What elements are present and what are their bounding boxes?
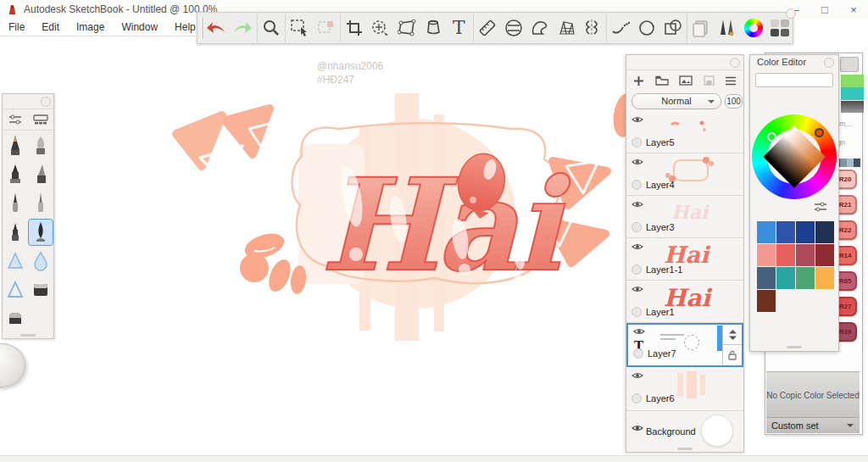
brush-airbrush[interactable] bbox=[3, 162, 27, 187]
layer-folder-icon[interactable] bbox=[655, 75, 669, 86]
color-swatch[interactable] bbox=[757, 290, 776, 312]
layers-panel-puck[interactable] bbox=[730, 58, 740, 68]
layer-editor-button[interactable] bbox=[688, 14, 715, 42]
copic-gradient-swatch[interactable] bbox=[841, 75, 864, 100]
ruler-tool-button[interactable] bbox=[475, 14, 501, 42]
color-swatch[interactable] bbox=[796, 244, 815, 266]
layer-menu-icon[interactable] bbox=[725, 76, 737, 86]
layer-color-tag[interactable] bbox=[632, 264, 642, 275]
color-swatch[interactable] bbox=[796, 267, 815, 289]
copic-collapse-button[interactable] bbox=[840, 57, 859, 72]
import-image-icon[interactable] bbox=[679, 75, 693, 86]
brush-chisel-marker[interactable] bbox=[29, 162, 53, 187]
layer-lock-button[interactable] bbox=[723, 344, 742, 365]
background-color-thumbnail[interactable] bbox=[701, 415, 733, 447]
steady-stroke-button[interactable] bbox=[608, 14, 634, 42]
copic-gray-swatch[interactable] bbox=[841, 101, 864, 113]
layer-row-layer7-selected[interactable]: T Layer7 bbox=[626, 323, 743, 367]
layer-color-tag[interactable] bbox=[632, 307, 642, 317]
visibility-eye-icon[interactable] bbox=[632, 115, 643, 124]
add-layer-icon[interactable] bbox=[633, 75, 644, 86]
brush-marker[interactable] bbox=[3, 220, 27, 245]
brush-sharpen[interactable] bbox=[3, 277, 27, 303]
hue-selector[interactable] bbox=[815, 128, 824, 137]
color-swatch[interactable] bbox=[815, 221, 834, 243]
saturation-selector[interactable] bbox=[767, 132, 776, 142]
ellipse-tool-button[interactable] bbox=[633, 14, 659, 42]
toolbar-collapse-puck[interactable] bbox=[786, 8, 796, 19]
shapes-tool-button[interactable] bbox=[659, 14, 686, 42]
color-swatch[interactable] bbox=[776, 267, 795, 289]
brush-palette-button[interactable] bbox=[715, 14, 741, 42]
symmetry-tool-button[interactable] bbox=[579, 14, 605, 42]
color-value-input[interactable] bbox=[755, 73, 833, 87]
blend-mode-select[interactable]: Normal bbox=[632, 93, 721, 109]
color-sliders-icon[interactable] bbox=[813, 201, 828, 213]
color-swatch[interactable] bbox=[776, 221, 795, 243]
crop-tool-button[interactable] bbox=[342, 14, 368, 42]
color-editor-panel: Color Editor bbox=[749, 54, 839, 352]
brush-ink[interactable] bbox=[29, 133, 53, 159]
color-editor-puck[interactable] bbox=[824, 58, 834, 68]
brush-pencil[interactable] bbox=[3, 133, 27, 159]
redo-button[interactable] bbox=[230, 14, 256, 42]
brush-settings-icon[interactable] bbox=[8, 114, 22, 125]
visibility-eye-icon[interactable] bbox=[632, 424, 643, 432]
color-swatch[interactable] bbox=[757, 244, 776, 266]
layer-thumbnail bbox=[660, 338, 676, 340]
brush-eraser-hard[interactable] bbox=[29, 277, 53, 303]
text-tool-button[interactable]: T bbox=[446, 14, 472, 42]
save-layer-icon[interactable] bbox=[704, 75, 715, 86]
visibility-eye-icon[interactable] bbox=[632, 158, 643, 166]
visibility-eye-icon[interactable] bbox=[632, 242, 643, 251]
layer-row-layer4[interactable]: Layer4 bbox=[626, 153, 743, 196]
selection-tool-button[interactable] bbox=[287, 14, 313, 42]
brush-water-drop[interactable] bbox=[29, 248, 53, 274]
color-swatch[interactable] bbox=[776, 244, 795, 266]
layer-opacity-field[interactable]: 100 bbox=[725, 94, 743, 109]
layer-color-tag[interactable] bbox=[632, 137, 642, 148]
brush-panel-puck[interactable] bbox=[41, 97, 51, 107]
color-swatch[interactable] bbox=[815, 244, 834, 266]
layer-reorder-button[interactable] bbox=[723, 325, 742, 345]
color-editor-button[interactable] bbox=[741, 14, 767, 42]
hue-wheel[interactable] bbox=[752, 114, 837, 199]
distort-tool-button[interactable] bbox=[393, 14, 420, 42]
layer-color-tag[interactable] bbox=[632, 180, 642, 190]
brush-ballpoint[interactable] bbox=[3, 191, 27, 216]
undo-button[interactable] bbox=[203, 14, 230, 42]
color-swatch[interactable] bbox=[757, 267, 776, 289]
layer-row-background[interactable]: Background bbox=[626, 411, 743, 448]
brush-paintbrush-selected[interactable] bbox=[28, 219, 53, 246]
color-swatch[interactable] bbox=[815, 267, 834, 289]
layer-color-tag[interactable] bbox=[633, 348, 643, 359]
ellipse-guide-button[interactable] bbox=[501, 14, 527, 42]
brush-library-icon[interactable] bbox=[33, 114, 48, 125]
transform-move-button[interactable] bbox=[368, 14, 394, 42]
layer-row-layer3[interactable]: Hai Layer3 bbox=[626, 196, 743, 238]
layers-panel-drag-handle[interactable] bbox=[677, 448, 693, 450]
perspective-tool-button[interactable] bbox=[553, 14, 579, 42]
brush-eraser-soft[interactable] bbox=[3, 306, 27, 331]
visibility-eye-icon[interactable] bbox=[633, 327, 645, 336]
brush-panel-drag-handle[interactable] bbox=[20, 334, 36, 337]
color-swatch[interactable] bbox=[757, 221, 776, 243]
fill-tool-button[interactable] bbox=[420, 14, 446, 42]
copic-set-selector[interactable]: Custom set bbox=[766, 417, 860, 433]
french-curve-button[interactable] bbox=[526, 14, 553, 42]
layer-row-layer6[interactable]: Layer6 bbox=[626, 367, 743, 411]
layer-row-layer5[interactable]: Layer5 bbox=[626, 111, 743, 153]
layer-color-tag[interactable] bbox=[632, 393, 642, 404]
zoom-tool-button[interactable] bbox=[259, 14, 285, 42]
visibility-eye-icon[interactable] bbox=[632, 285, 643, 293]
brush-smear[interactable] bbox=[3, 248, 27, 274]
brush-fine-liner[interactable] bbox=[29, 191, 53, 216]
layer-color-tag[interactable] bbox=[632, 222, 642, 232]
color-swatch[interactable] bbox=[796, 221, 815, 243]
visibility-eye-icon[interactable] bbox=[632, 371, 643, 380]
visibility-eye-icon[interactable] bbox=[632, 200, 643, 209]
layer-row-layer1-1[interactable]: Hai Layer1-1 bbox=[626, 238, 743, 281]
color-editor-drag-handle[interactable] bbox=[787, 346, 802, 348]
deselect-tool-button[interactable] bbox=[313, 14, 339, 42]
layer-row-layer1[interactable]: Hai Layer1 bbox=[626, 281, 743, 323]
